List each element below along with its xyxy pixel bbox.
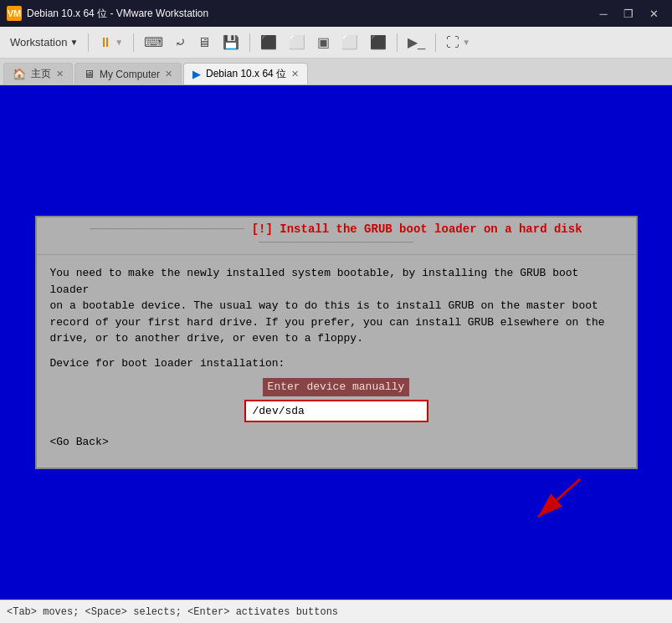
view-icon-2: ⬜ [289, 34, 305, 50]
app-icon: VM [7, 6, 22, 21]
debian-tab-close[interactable]: ✕ [291, 69, 299, 79]
title-text: Debian 10.x 64 位 - VMware Workstation [27, 7, 592, 21]
view-icon-3: ▣ [317, 34, 330, 50]
view-btn-3[interactable]: ▣ [312, 31, 335, 54]
title-decor-right: ────────────────────── [259, 236, 413, 249]
revert-icon: 🖥 [197, 35, 211, 50]
debian-tab-icon: ▶ [192, 68, 201, 80]
title-bar: VM Debian 10.x 64 位 - VMware Workstation… [0, 0, 672, 27]
home-tab-label: 主页 [31, 67, 51, 81]
tab-mycomputer[interactable]: 🖥 My Computer ✕ [74, 63, 182, 84]
arrow-annotation [505, 462, 605, 549]
pause-button[interactable]: ⏸ ▼ [94, 31, 128, 54]
mycomputer-tab-label: My Computer [100, 69, 160, 80]
view-btn-5[interactable]: ⬛ [365, 31, 392, 54]
keyboard-hint-bar: <Tab> moves; <Space> selects; <Enter> ac… [0, 600, 672, 623]
mycomputer-tab-close[interactable]: ✕ [165, 69, 172, 79]
terminal-icon: ▶_ [408, 34, 425, 50]
go-back-button[interactable]: <Go Back> [50, 436, 109, 448]
mycomputer-tab-icon: 🖥 [84, 68, 95, 80]
pause-dropdown-icon: ▼ [115, 38, 123, 47]
workstation-dropdown-icon: ▼ [69, 38, 78, 47]
svg-line-1 [538, 479, 580, 517]
workstation-menu-button[interactable]: Workstation ▼ [5, 31, 83, 54]
tab-home[interactable]: 🏠 主页 ✕ [3, 63, 73, 84]
toolbar-separator-1 [88, 33, 89, 52]
home-tab-close[interactable]: ✕ [56, 69, 64, 79]
view-btn-1[interactable]: ⬛ [255, 31, 282, 54]
toolbar-separator-2 [133, 33, 134, 52]
fullscreen-dropdown: ▼ [462, 38, 470, 47]
view-btn-2[interactable]: ⬜ [284, 31, 310, 54]
snapshot-icon: ⤾ [175, 34, 186, 50]
pause-icon: ⏸ [99, 35, 112, 50]
suspend-icon: 💾 [223, 34, 239, 50]
window-controls: ─ ❐ ✕ [592, 3, 665, 23]
home-tab-icon: 🏠 [13, 68, 26, 80]
title-decor-left: ────────────────────── [90, 222, 244, 236]
restore-button[interactable]: ❐ [617, 3, 640, 23]
workstation-label: Workstation [10, 36, 67, 49]
keyboard-hint-text: <Tab> moves; <Space> selects; <Enter> ac… [7, 606, 665, 618]
dialog-title-text: [!] Install the GRUB boot loader on a ha… [252, 222, 582, 236]
revert-button[interactable]: 🖥 [192, 31, 216, 54]
keyboard-icon: ⌨ [144, 34, 163, 50]
dev-sda-input[interactable]: /dev/sda [244, 400, 428, 423]
view-icon-5: ⬛ [370, 34, 387, 50]
dialog-description: You need to make the newly installed sys… [50, 265, 623, 347]
dialog-title: ────────────────────── [!] Install the G… [37, 217, 636, 255]
tab-debian[interactable]: ▶ Debian 10.x 64 位 ✕ [183, 63, 308, 84]
device-label: Device for boot loader installation: [50, 355, 623, 372]
grub-dialog: ────────────────────── [!] Install the G… [35, 216, 638, 469]
fullscreen-button[interactable]: ⛶ ▼ [441, 31, 475, 54]
option-row: Enter device manually /dev/sda [50, 378, 623, 422]
fullscreen-icon: ⛶ [446, 35, 459, 50]
tab-bar: 🏠 主页 ✕ 🖥 My Computer ✕ ▶ Debian 10.x 64 … [0, 59, 672, 85]
terminal-button[interactable]: ▶_ [403, 31, 430, 54]
view-btn-4[interactable]: ⬜ [336, 31, 363, 54]
vm-display[interactable]: ────────────────────── [!] Install the G… [0, 85, 672, 600]
view-icon-4: ⬜ [341, 34, 358, 50]
close-button[interactable]: ✕ [642, 3, 665, 23]
go-back-row: <Go Back> [50, 434, 623, 451]
toolbar-separator-5 [435, 33, 436, 52]
snapshot-button[interactable]: ⤾ [170, 31, 191, 54]
minimize-button[interactable]: ─ [592, 3, 615, 23]
enter-device-option[interactable]: Enter device manually [263, 378, 410, 396]
toolbar: Workstation ▼ ⏸ ▼ ⌨ ⤾ 🖥 💾 ⬛ ⬜ ▣ ⬜ ⬛ ▶_ [0, 27, 672, 59]
toolbar-separator-3 [249, 33, 250, 52]
send-ctrlaltdel-button[interactable]: ⌨ [139, 31, 168, 54]
dialog-body: You need to make the newly installed sys… [37, 255, 636, 467]
toolbar-separator-4 [397, 33, 398, 52]
suspend-button[interactable]: 💾 [218, 31, 244, 54]
debian-tab-label: Debian 10.x 64 位 [206, 67, 286, 81]
view-icon-1: ⬛ [260, 34, 277, 50]
